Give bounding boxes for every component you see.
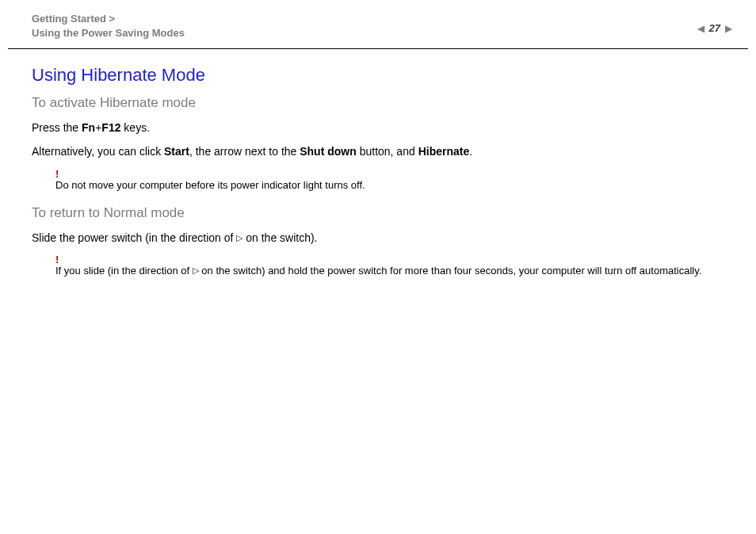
section-heading-activate: To activate Hibernate mode: [32, 95, 724, 111]
page-nav: ◀ 27 ▶: [697, 22, 732, 34]
breadcrumb: Getting Started > Using the Power Saving…: [32, 12, 732, 40]
page-content: Using Hibernate Mode To activate Hiberna…: [0, 49, 756, 277]
page-number: 27: [709, 22, 720, 34]
breadcrumb-line1: Getting Started >: [32, 13, 115, 25]
page-title: Using Hibernate Mode: [32, 65, 724, 86]
warning-text-1: Do not move your computer before its pow…: [55, 179, 365, 191]
instruction-slide-switch: Slide the power switch (in the direction…: [32, 231, 724, 246]
prev-page-icon[interactable]: ◀: [697, 23, 704, 34]
warning-icon: !: [55, 168, 724, 180]
instruction-press-keys: Press the Fn+F12 keys.: [32, 120, 724, 136]
next-page-icon[interactable]: ▶: [725, 23, 732, 34]
breadcrumb-line2: Using the Power Saving Modes: [32, 27, 185, 39]
warning-icon: !: [55, 254, 724, 265]
instruction-click-start: Alternatively, you can click Start, the …: [32, 144, 724, 160]
section-heading-return: To return to Normal mode: [32, 205, 724, 221]
page: Getting Started > Using the Power Saving…: [0, 0, 756, 534]
warning-note-2: ! If you slide (in the direction of ▷ on…: [55, 254, 724, 277]
triangle-icon: ▷: [193, 265, 199, 275]
warning-text-2: If you slide (in the direction of ▷ on t…: [55, 265, 701, 277]
page-header: Getting Started > Using the Power Saving…: [0, 0, 756, 48]
warning-note-1: ! Do not move your computer before its p…: [55, 168, 724, 191]
